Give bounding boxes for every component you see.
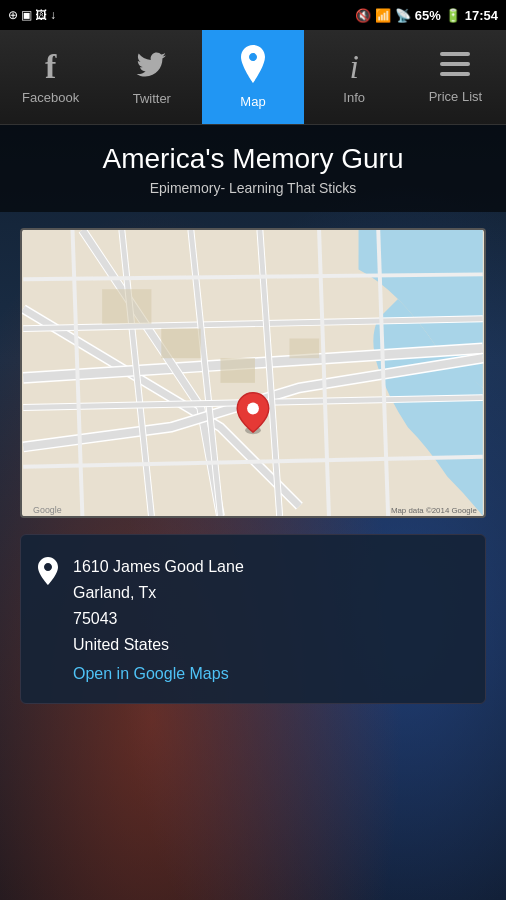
map-container[interactable]: Map data ©2014 Google Google	[20, 228, 486, 518]
status-bar: ⊕ ▣ 🖼 ↓ 🔇 📶 📡 65% 🔋 17:54	[0, 0, 506, 30]
address-line3: 75043	[73, 607, 244, 631]
status-right-info: 🔇 📶 📡 65% 🔋 17:54	[355, 8, 498, 23]
svg-text:Google: Google	[33, 505, 62, 515]
facebook-icon: f	[45, 50, 56, 84]
image-icon: 🖼	[35, 8, 47, 22]
svg-point-9	[247, 403, 259, 415]
status-left-icons: ⊕ ▣ 🖼 ↓	[8, 8, 56, 22]
screenshot-icon: ▣	[21, 8, 32, 22]
address-pin-icon	[37, 557, 59, 683]
nav-tabs: f Facebook Twitter Map i Info	[0, 30, 506, 125]
address-card: 1610 James Good Lane Garland, Tx 75043 U…	[20, 534, 486, 704]
tab-pricelist-label: Price List	[429, 89, 482, 104]
svg-rect-7	[289, 338, 319, 358]
tab-info[interactable]: i Info	[304, 30, 405, 124]
tab-info-label: Info	[343, 90, 365, 105]
app-title-section: America's Memory Guru Epimemory- Learnin…	[0, 125, 506, 212]
map-svg: Map data ©2014 Google Google	[22, 230, 484, 516]
tab-facebook-label: Facebook	[22, 90, 79, 105]
info-icon: i	[349, 50, 358, 84]
svg-rect-4	[161, 329, 200, 359]
wifi-icon: 📶	[375, 8, 391, 23]
open-in-google-maps-link[interactable]: Open in Google Maps	[73, 665, 244, 683]
svg-rect-5	[102, 289, 151, 324]
battery-percent: 65%	[415, 8, 441, 23]
tab-twitter-label: Twitter	[133, 91, 171, 106]
twitter-icon	[136, 48, 168, 85]
app-wrapper: ⊕ ▣ 🖼 ↓ 🔇 📶 📡 65% 🔋 17:54 f Facebook T	[0, 0, 506, 900]
tab-map-label: Map	[240, 94, 265, 109]
tab-map[interactable]: Map	[202, 30, 303, 124]
app-subtitle: Epimemory- Learning That Sticks	[20, 180, 486, 196]
svg-rect-0	[440, 52, 470, 56]
tab-facebook[interactable]: f Facebook	[0, 30, 101, 124]
arrow-icon: ↓	[50, 8, 56, 22]
list-icon	[440, 50, 470, 83]
mute-icon: 🔇	[355, 8, 371, 23]
app-title: America's Memory Guru	[20, 143, 486, 175]
svg-rect-2	[440, 72, 470, 76]
tab-pricelist[interactable]: Price List	[405, 30, 506, 124]
address-line2: Garland, Tx	[73, 581, 244, 605]
svg-rect-6	[220, 358, 255, 383]
address-text-block: 1610 James Good Lane Garland, Tx 75043 U…	[73, 555, 244, 683]
svg-text:Map data ©2014 Google: Map data ©2014 Google	[391, 506, 478, 515]
clock: 17:54	[465, 8, 498, 23]
svg-rect-1	[440, 62, 470, 66]
map-pin-icon	[237, 45, 269, 88]
signal-icon: 📡	[395, 8, 411, 23]
battery-icon: 🔋	[445, 8, 461, 23]
address-line1: 1610 James Good Lane	[73, 555, 244, 579]
tab-twitter[interactable]: Twitter	[101, 30, 202, 124]
add-icon: ⊕	[8, 8, 18, 22]
address-line4: United States	[73, 633, 244, 657]
